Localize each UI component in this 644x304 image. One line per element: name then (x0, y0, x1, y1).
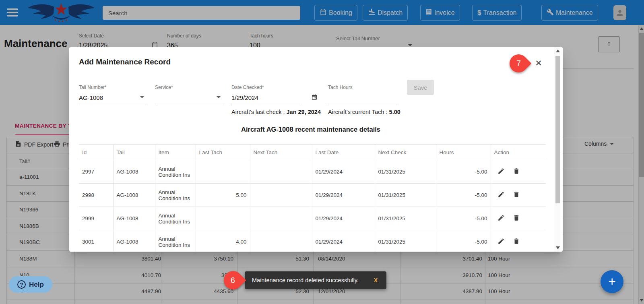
add-maintenance-record-dialog: Add Maintenance Record ✕ Tail Number* AG… (69, 47, 563, 252)
service-label: Service* (155, 85, 173, 90)
scroll-up-icon[interactable] (556, 50, 560, 52)
table-row: 2998 AG-1008 Annual Condition Ins 5.00 0… (79, 184, 546, 207)
table-header-row: Id Tail Item Last Tach Next Tach Last Da… (79, 145, 546, 160)
dialog-title: Add Maintenance Record (79, 58, 171, 66)
delete-icon[interactable] (513, 191, 520, 199)
app-window: Maintenance Select Date 1/28/2025 Number… (0, 0, 644, 304)
tail-number-label: Tail Number* (79, 85, 107, 90)
scrollbar-thumb[interactable] (555, 56, 560, 203)
date-checked-input[interactable]: 1/29/2024 (231, 94, 258, 101)
question-mark-icon: ? (17, 280, 26, 289)
add-record-fab[interactable]: + (601, 270, 623, 293)
edit-icon[interactable] (497, 214, 505, 223)
delete-icon[interactable] (513, 214, 520, 223)
edit-icon[interactable] (497, 238, 505, 246)
edit-icon[interactable] (497, 168, 505, 176)
date-checked-label: Date Checked* (231, 85, 264, 90)
toast-notification: Maintenance record deleted successfully.… (245, 271, 386, 289)
table-row: 3001 AG-1008 Annual Condition Ins 4.00 0… (79, 230, 546, 252)
toast-message: Maintenance record deleted successfully. (252, 277, 359, 283)
chevron-down-icon[interactable] (217, 96, 221, 98)
save-button[interactable]: Save (407, 80, 434, 95)
table-row: 2999 AG-1008 Annual Condition Ins 01/29/… (79, 207, 546, 230)
scroll-down-icon[interactable] (556, 246, 560, 249)
delete-icon[interactable] (513, 168, 520, 176)
current-tach-note: Aircraft's current Tach : 5.00 (328, 109, 400, 115)
table-row: 2997 AG-1008 Annual Condition Ins 01/29/… (79, 160, 546, 184)
help-button[interactable]: ? Help (9, 276, 52, 293)
recent-maintenance-title: Aircraft AG-1008 recent maintenance deta… (69, 126, 552, 133)
dialog-scrollbar[interactable] (555, 47, 560, 252)
calendar-icon[interactable] (311, 94, 318, 102)
edit-icon[interactable] (497, 191, 505, 199)
last-check-note: Aircraft's last check : Jan 29, 2024 (231, 109, 321, 115)
delete-icon[interactable] (513, 238, 520, 246)
tail-number-select[interactable]: AG-1008 (79, 94, 103, 101)
chevron-down-icon[interactable] (140, 96, 144, 98)
tach-hours-label: Tach Hours (328, 85, 353, 90)
close-icon[interactable]: ✕ (533, 58, 544, 69)
toast-close-icon[interactable]: X (374, 277, 378, 283)
recent-maintenance-table: Id Tail Item Last Tach Next Tach Last Da… (79, 144, 546, 252)
